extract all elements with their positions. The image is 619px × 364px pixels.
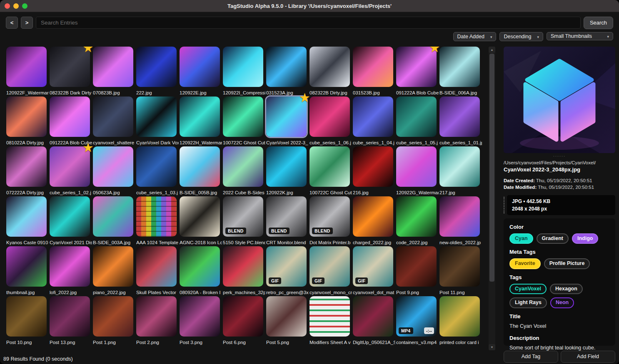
thumbnail[interactable]: ★: [396, 47, 437, 87]
thumbnail[interactable]: [180, 146, 220, 187]
grid-item[interactable]: 081022A Dirty.jpg: [6, 97, 50, 145]
grid-item[interactable]: thumbnail.jpg: [6, 246, 50, 295]
search-button[interactable]: Search: [584, 17, 613, 29]
tag-chip[interactable]: Light Rays: [509, 297, 547, 308]
thumbnail[interactable]: [353, 97, 393, 137]
grid-item[interactable]: lofi_2022.jpg: [50, 246, 93, 295]
thumbnail[interactable]: [6, 97, 47, 137]
thumbnail[interactable]: [6, 146, 47, 187]
grid-item[interactable]: GIFcyanvoxel_dot_mat: [353, 246, 396, 295]
thumbnail[interactable]: [223, 146, 263, 187]
search-input[interactable]: [36, 17, 581, 29]
thumbnail[interactable]: [353, 146, 393, 187]
grid-item[interactable]: ★091222A Blob Cube: [396, 47, 439, 95]
scroll-down-icon[interactable]: ▼: [489, 344, 495, 350]
thumbnail[interactable]: [50, 196, 90, 237]
grid-item[interactable]: cyanvoxel_shattere: [93, 97, 136, 145]
grid-item[interactable]: 082322B Dirty.jpg: [310, 47, 353, 95]
thumbnail[interactable]: [180, 47, 220, 87]
grid-item[interactable]: 2022 Cube B-Sides: [223, 146, 266, 195]
thumbnail[interactable]: ★: [266, 97, 307, 137]
grid-item[interactable]: 120922H_Watermar: [180, 97, 223, 145]
scrollbar-thumb[interactable]: [489, 54, 494, 282]
thumbnail[interactable]: GIF: [310, 246, 350, 287]
grid-item[interactable]: Kyanos Caste 0910: [6, 196, 50, 245]
grid-item[interactable]: 222.jpg: [136, 47, 180, 95]
thumbnail[interactable]: [93, 146, 133, 187]
grid-item[interactable]: 050623A.jpg: [93, 146, 136, 195]
thumbnail[interactable]: [310, 296, 350, 337]
grid-item[interactable]: 216.jpg: [353, 146, 396, 195]
thumbnail[interactable]: [93, 246, 133, 287]
back-button[interactable]: <: [6, 17, 18, 29]
thumbnail[interactable]: [439, 196, 480, 237]
thumbnail[interactable]: [353, 47, 393, 87]
grid-item[interactable]: BLEND5150 Style PC.blend: [223, 196, 266, 245]
sort-order-dropdown[interactable]: Descending ▾: [499, 32, 543, 41]
grid-item[interactable]: 080920A - Broken I: [180, 246, 223, 295]
thumbnail[interactable]: [223, 296, 263, 337]
grid-item[interactable]: BLENDCRT Monitor.blend: [266, 196, 310, 245]
preview-image[interactable]: [504, 47, 615, 153]
tag-chip[interactable]: Gradient: [537, 233, 569, 244]
grid-item[interactable]: 072222A Dirty.jpg: [6, 146, 50, 195]
grid-item[interactable]: 120922I_Compressi: [223, 47, 266, 95]
thumbnail-size-dropdown[interactable]: Small Thumbnails ▾: [547, 32, 613, 40]
grid-item[interactable]: B-SIDE_005B.jpg: [180, 146, 223, 195]
tag-chip[interactable]: Neon: [550, 297, 574, 308]
thumbnail[interactable]: [6, 47, 47, 87]
thumbnail[interactable]: [6, 246, 47, 287]
thumbnail[interactable]: [310, 146, 350, 187]
field-value[interactable]: The Cyan Voxel: [509, 323, 609, 330]
grid-item[interactable]: 120922E.jpg: [180, 47, 223, 95]
grid-item[interactable]: AAA 1024 Template: [136, 196, 180, 245]
grid-item[interactable]: 070823B.jpg: [93, 47, 136, 95]
grid-item[interactable]: 031523B.jpg: [353, 47, 396, 95]
thumbnail[interactable]: [396, 146, 437, 187]
thumbnail[interactable]: [136, 47, 177, 87]
vertical-scrollbar[interactable]: ▲ ▼: [489, 47, 495, 350]
grid-item[interactable]: cube_series_1_03.j: [136, 146, 180, 195]
tag-chip[interactable]: CyanVoxel: [509, 284, 547, 295]
grid-item[interactable]: 100722C Ghost Cut: [310, 146, 353, 195]
thumbnail[interactable]: [136, 246, 177, 287]
close-button[interactable]: [5, 3, 10, 9]
scroll-up-icon[interactable]: ▲: [489, 47, 495, 53]
grid-item[interactable]: Modifiers Sheet A v: [310, 296, 353, 345]
thumbnail[interactable]: [180, 196, 220, 237]
grid-item[interactable]: cube_series_1_01.jp: [439, 97, 483, 145]
grid-item[interactable]: printed color card i: [439, 296, 483, 345]
thumbnail[interactable]: [50, 296, 90, 337]
zoom-button[interactable]: [22, 3, 27, 9]
grid-item[interactable]: new-oldies_2022.jp: [439, 196, 483, 245]
grid-item[interactable]: cube_series_1_04.j: [353, 97, 396, 145]
grid-item[interactable]: ★cube_series_1_02.j: [50, 146, 93, 195]
thumbnail[interactable]: GIF: [266, 246, 307, 287]
grid-item[interactable]: perk_machines_32p: [223, 246, 266, 295]
tag-chip[interactable]: Hexagon: [550, 284, 583, 295]
grid-item[interactable]: ★082322B Dark Dirty: [50, 47, 93, 95]
grid-item[interactable]: Post 1.png: [93, 296, 136, 345]
thumbnail[interactable]: BLEND: [310, 196, 350, 237]
thumbnail[interactable]: [136, 196, 177, 237]
tag-chip[interactable]: Profile Picture: [544, 258, 590, 269]
thumbnail[interactable]: [136, 296, 177, 337]
grid-item[interactable]: CyanVoxel 2021 Dis: [50, 196, 93, 245]
thumbnail[interactable]: [180, 246, 220, 287]
grid-item[interactable]: 217.jpg: [439, 146, 483, 195]
sort-field-dropdown[interactable]: Date Added ▾: [453, 32, 497, 41]
thumbnail[interactable]: [353, 296, 393, 337]
grid-item[interactable]: charged_2022.jpg: [353, 196, 396, 245]
thumbnail[interactable]: [50, 246, 90, 287]
grid-item[interactable]: Skull Plates Vector: [136, 246, 180, 295]
grid-item[interactable]: GIFretro_pc_green@3x: [266, 246, 310, 295]
thumbnail[interactable]: [223, 246, 263, 287]
thumbnail[interactable]: [6, 296, 47, 337]
thumbnail[interactable]: [50, 97, 90, 137]
thumbnail[interactable]: [439, 97, 480, 137]
thumbnail[interactable]: [93, 97, 133, 137]
thumbnail[interactable]: [180, 296, 220, 337]
panel-resize-handle[interactable]: ······: [504, 154, 615, 158]
grid-item[interactable]: CyanVoxel Dark Vox: [136, 97, 180, 145]
thumbnail[interactable]: ★: [50, 47, 90, 87]
